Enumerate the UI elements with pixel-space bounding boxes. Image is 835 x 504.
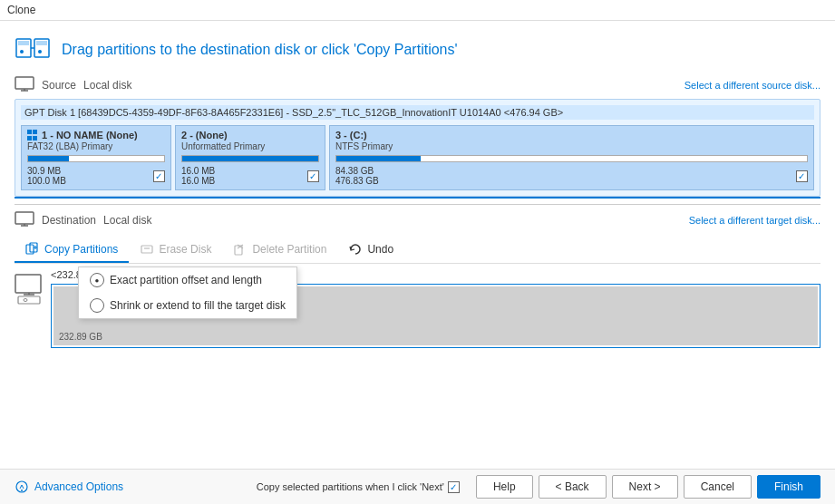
partition-2-type: Unformatted Primary [181,141,319,151]
clone-header-icon [15,32,51,68]
select-dest-link[interactable]: Select a different target disk... [689,215,820,226]
select-source-link[interactable]: Select a different source disk... [685,80,820,91]
partition-card-2: 2 - (None) Unformatted Primary 16.0 MB 1… [175,125,325,190]
advanced-options-icon [15,480,29,494]
svg-rect-25 [18,296,40,304]
footer-left: Advanced Options [15,480,123,494]
svg-rect-7 [15,77,34,89]
partition-1-type: FAT32 (LBA) Primary [27,141,165,151]
win-logo-1 [27,130,38,141]
finish-button[interactable]: Finish [757,475,820,499]
footer-bar: Advanced Options Copy selected partition… [0,469,835,504]
partition-3-type: NTFS Primary [335,141,808,151]
back-button[interactable]: < Back [539,475,607,499]
dest-disk-monitor-icon [15,273,44,307]
copy-checkbox-label: Copy selected partitions when I click 'N… [257,481,444,492]
svg-point-5 [38,50,42,53]
copy-partitions-dropdown: ● Exact partition offset and length Shri… [78,267,297,319]
svg-rect-4 [36,41,47,45]
source-disk-box: GPT Disk 1 [68439DC5-4359-49DF-8F63-8A46… [15,99,820,197]
dropdown-item-exact[interactable]: ● Exact partition offset and length [79,267,296,293]
dest-size-label: 232.89 GB [59,332,812,342]
svg-point-26 [24,299,27,302]
partition-1-name: 1 - NO NAME (None) [42,130,138,141]
svg-point-28 [21,489,23,491]
partition-2-checkbox[interactable] [307,170,319,182]
source-label: Source [42,79,76,92]
copy-checkbox-row: Copy selected partitions when I click 'N… [257,481,460,493]
partition-3-checkbox[interactable] [796,170,808,182]
advanced-options-link[interactable]: Advanced Options [34,480,123,493]
copy-partitions-icon [25,242,40,257]
page-title: Drag partitions to the destination disk … [62,42,458,58]
dropdown-item-shrink[interactable]: Shrink or extend to fill the target disk [79,293,296,318]
dest-disk-type: Local disk [103,214,151,227]
toolbar: Copy Partitions Erase Disk Delete Partit… [15,234,820,264]
delete-partition-icon [233,242,248,257]
source-disk-type: Local disk [83,79,131,92]
help-button[interactable]: Help [476,475,533,499]
dest-monitor-icon [15,210,34,230]
partition-3-used: 84.38 GB [335,166,379,176]
delete-partition-button[interactable]: Delete Partition [222,237,337,263]
erase-disk-button[interactable]: Erase Disk [129,237,222,263]
partitions-row: 1 - NO NAME (None) FAT32 (LBA) Primary 3… [21,125,814,190]
svg-point-2 [20,50,24,53]
source-disk-header: GPT Disk 1 [68439DC5-4359-49DF-8F63-8A46… [21,105,814,120]
partition-2-total: 16.0 MB [181,176,215,186]
undo-icon [348,242,363,257]
svg-rect-10 [15,212,34,224]
partition-1-checkbox[interactable] [153,170,165,182]
dest-label: Destination [42,214,96,227]
copy-when-next-checkbox[interactable] [448,481,460,493]
partition-card-1: 1 - NO NAME (None) FAT32 (LBA) Primary 3… [21,125,171,190]
undo-button[interactable]: Undo [337,237,404,263]
svg-rect-22 [15,275,41,293]
window-title: Clone [7,4,35,16]
partition-2-used: 16.0 MB [181,166,215,176]
svg-rect-17 [141,246,152,253]
partition-card-3: 3 - (C:) NTFS Primary 84.38 GB 476.83 GB [329,125,814,190]
erase-disk-icon [140,242,154,257]
next-button[interactable]: Next > [612,475,678,499]
partition-3-total: 476.83 GB [335,176,379,186]
partition-3-name: 3 - (C:) [335,130,367,141]
footer-right: Copy selected partitions when I click 'N… [257,475,820,499]
bullet-exact: ● [90,273,104,287]
monitor-icon [15,75,34,95]
partition-1-total: 100.0 MB [27,176,66,186]
copy-partitions-button[interactable]: Copy Partitions [15,237,129,263]
bullet-shrink [90,298,104,313]
partition-1-used: 30.9 MB [27,166,66,176]
svg-rect-1 [18,41,29,45]
cancel-button[interactable]: Cancel [684,475,752,499]
partition-2-name: 2 - (None) [181,130,228,141]
